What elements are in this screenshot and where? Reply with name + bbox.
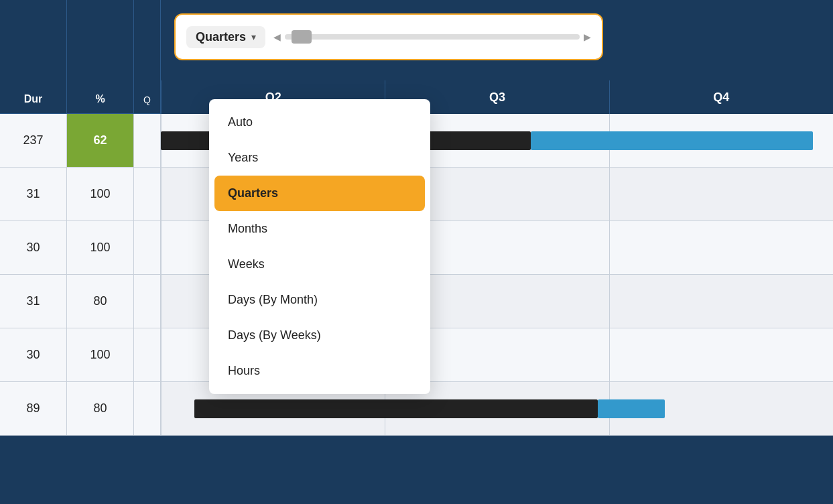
slider-track[interactable] bbox=[285, 34, 580, 40]
cell-percent: 100 bbox=[67, 221, 134, 274]
quarter-header-q4: Q4 bbox=[609, 80, 833, 114]
col-pct-header: % bbox=[67, 0, 134, 113]
cell-q bbox=[134, 114, 161, 167]
dropdown-item-days-by-weeks[interactable]: Days (By Weeks) bbox=[209, 318, 430, 353]
dropdown-item-years[interactable]: Years bbox=[209, 140, 430, 176]
period-dropdown[interactable]: Quarters ▾ bbox=[186, 26, 265, 48]
cell-duration: 30 bbox=[0, 221, 67, 274]
col-q-header: Q bbox=[134, 0, 161, 113]
table-rows: 2376231100301003180301008980 bbox=[0, 114, 161, 436]
cell-q bbox=[134, 275, 161, 328]
gantt-bar-blue bbox=[598, 399, 665, 418]
cell-q bbox=[134, 168, 161, 220]
cell-percent: 80 bbox=[67, 382, 134, 435]
table-row: 30100 bbox=[0, 328, 161, 382]
table-header: Dur % Q bbox=[0, 0, 161, 114]
period-selector[interactable]: Quarters ▾ ◀ ▶ bbox=[174, 13, 603, 60]
slider-right-arrow[interactable]: ▶ bbox=[584, 32, 591, 42]
gantt-toolbar: Quarters ▾ ◀ ▶ Q2Q3Q4 bbox=[161, 0, 833, 114]
slider-left-arrow[interactable]: ◀ bbox=[273, 32, 281, 42]
gantt-quarter-cell bbox=[609, 275, 833, 328]
table-row: 23762 bbox=[0, 114, 161, 168]
cell-percent: 100 bbox=[67, 328, 134, 381]
cell-q bbox=[134, 382, 161, 435]
col-dur-header: Dur bbox=[0, 0, 67, 113]
cell-percent: 62 bbox=[67, 114, 134, 167]
gantt-quarter-cell bbox=[609, 221, 833, 274]
cell-duration: 237 bbox=[0, 114, 67, 167]
gantt-bar-black bbox=[194, 399, 598, 418]
dropdown-item-hours[interactable]: Hours bbox=[209, 353, 430, 389]
table-row: 31100 bbox=[0, 168, 161, 221]
gantt-bar-blue bbox=[531, 131, 813, 150]
table-area: Dur % Q 2376231100301003180301008980 bbox=[0, 0, 161, 504]
slider-area: ◀ ▶ bbox=[273, 32, 591, 42]
gantt-quarter-cell bbox=[609, 168, 833, 220]
cell-percent: 100 bbox=[67, 168, 134, 220]
table-row: 8980 bbox=[0, 382, 161, 436]
dropdown-item-auto[interactable]: Auto bbox=[209, 105, 430, 140]
cell-q bbox=[134, 328, 161, 381]
cell-duration: 30 bbox=[0, 328, 67, 381]
dropdown-item-days-by-month[interactable]: Days (By Month) bbox=[209, 282, 430, 318]
dropdown-item-weeks[interactable]: Weeks bbox=[209, 247, 430, 282]
cell-duration: 31 bbox=[0, 168, 67, 220]
cell-q bbox=[134, 221, 161, 274]
slider-thumb[interactable] bbox=[292, 30, 312, 44]
chevron-down-icon: ▾ bbox=[251, 32, 256, 42]
cell-percent: 80 bbox=[67, 275, 134, 328]
dropdown-item-quarters[interactable]: Quarters bbox=[214, 176, 425, 211]
table-row: 30100 bbox=[0, 221, 161, 275]
period-dropdown-label: Quarters bbox=[196, 30, 246, 44]
cell-duration: 89 bbox=[0, 382, 67, 435]
table-row: 3180 bbox=[0, 275, 161, 328]
dropdown-item-months[interactable]: Months bbox=[209, 211, 430, 247]
cell-duration: 31 bbox=[0, 275, 67, 328]
period-dropdown-menu: AutoYearsQuartersMonthsWeeksDays (By Mon… bbox=[209, 99, 430, 394]
gantt-container: Dur % Q 2376231100301003180301008980 Qua… bbox=[0, 0, 833, 504]
gantt-quarter-cell bbox=[609, 328, 833, 381]
